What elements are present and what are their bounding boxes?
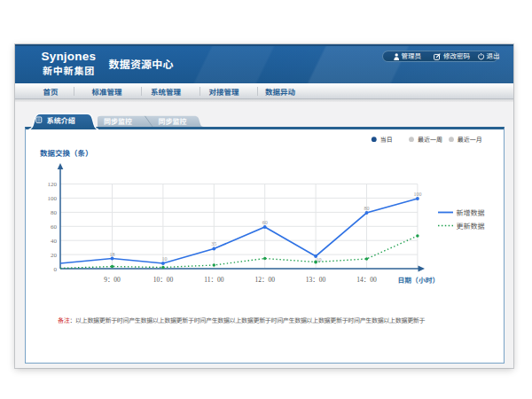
svg-text:40: 40 [51, 236, 58, 245]
svg-text:最近一月: 最近一月 [458, 135, 482, 144]
svg-text:120: 120 [48, 179, 58, 188]
svg-text:10：00: 10：00 [153, 274, 174, 284]
svg-text:数据交换（条）: 数据交换（条） [40, 147, 93, 158]
svg-text:同步监控: 同步监控 [159, 116, 187, 126]
svg-text:最近一周: 最近一周 [418, 135, 442, 144]
svg-text:12：00: 12：00 [254, 274, 275, 284]
svg-text:60: 60 [51, 222, 58, 231]
svg-text:60: 60 [262, 218, 268, 226]
svg-text:10: 10 [162, 254, 168, 262]
svg-text:35: 35 [211, 239, 216, 247]
svg-text:13：00: 13：00 [306, 274, 326, 284]
svg-text:更新数据: 更新数据 [457, 221, 485, 231]
svg-text:80: 80 [364, 204, 370, 212]
svg-text:10: 10 [317, 255, 322, 263]
svg-text:18: 18 [110, 250, 115, 258]
svg-text:日期（小时）: 日期（小时） [398, 275, 440, 285]
svg-text:80: 80 [51, 207, 58, 216]
svg-text:同步监控: 同步监控 [104, 116, 132, 126]
svg-text:9：00: 9：00 [104, 274, 121, 284]
svg-text:当日: 当日 [380, 135, 393, 144]
svg-text:20: 20 [51, 250, 58, 259]
svg-text:100: 100 [48, 193, 58, 202]
svg-text:11：00: 11：00 [204, 274, 223, 284]
svg-text:100: 100 [413, 190, 421, 198]
svg-text:系统介绍: 系统介绍 [47, 115, 75, 125]
svg-text:新增数据: 新增数据 [457, 207, 485, 217]
svg-text:14：00: 14：00 [356, 274, 377, 284]
svg-text:0: 0 [54, 264, 58, 273]
